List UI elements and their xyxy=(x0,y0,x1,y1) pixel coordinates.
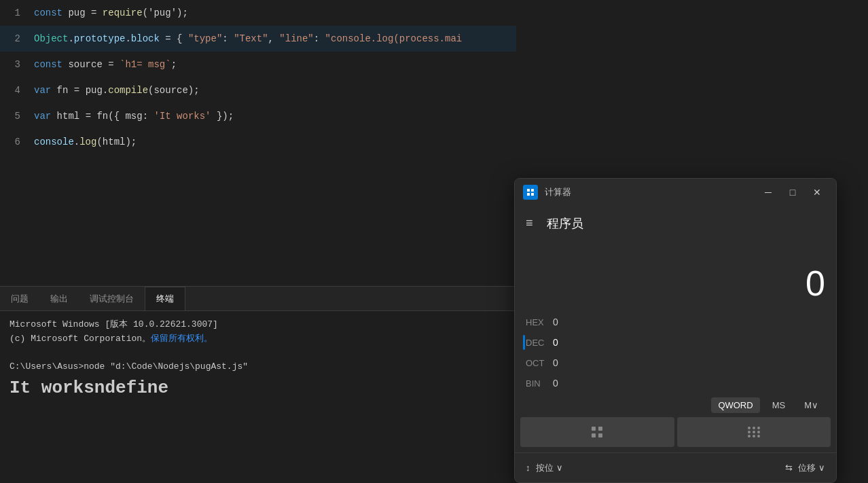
calc-btn-row-1 xyxy=(520,417,831,447)
calc-base-label: DEC xyxy=(526,338,553,348)
code-token: msg: xyxy=(120,111,153,122)
svg-point-14 xyxy=(757,427,760,429)
calc-menu-icon[interactable]: ≡ xyxy=(526,217,533,230)
panel-tab[interactable]: 终端 xyxy=(145,287,185,310)
line-number: 6 xyxy=(0,129,34,155)
code-token: (html); xyxy=(96,137,137,147)
line-number: 4 xyxy=(0,77,34,103)
calc-mode-title: 程序员 xyxy=(547,215,583,232)
calc-bitwise-chevron: ∨ xyxy=(556,463,563,473)
code-token: require xyxy=(103,7,143,18)
terminal-link: 保留所有权利。 xyxy=(151,334,213,344)
calc-base-row: DEC0 xyxy=(526,332,825,353)
terminal-line-1: Microsoft Windows [版本 10.0.22621.3007] xyxy=(10,318,507,332)
code-line: 6console.log(html); xyxy=(0,129,516,155)
calc-maximize-button[interactable]: □ xyxy=(782,183,803,202)
calc-body: ≡ 程序员 0 HEX0DEC0OCT0BIN0 QWORD MS M∨ xyxy=(515,206,836,482)
calc-buttons-area xyxy=(515,414,836,452)
code-token: const xyxy=(34,59,62,70)
calc-qword-button[interactable]: QWORD xyxy=(711,397,759,413)
calc-base-row: HEX0 xyxy=(526,312,825,332)
calc-shift-button[interactable]: 位移 ∨ xyxy=(798,462,825,474)
code-token: prototype xyxy=(74,33,126,44)
calc-bitwise-button[interactable]: 按位 ∨ xyxy=(536,462,563,474)
svg-rect-1 xyxy=(527,189,530,192)
line-content: const source = `h1= msg`; xyxy=(34,52,516,77)
code-token: = xyxy=(108,59,113,70)
calc-btn-dots[interactable] xyxy=(677,417,831,447)
calc-footer: ↕ 按位 ∨ ⇆ 位移 ∨ xyxy=(515,452,836,482)
code-token: . xyxy=(74,137,79,147)
code-token: var xyxy=(34,85,51,96)
calc-bases: HEX0DEC0OCT0BIN0 xyxy=(515,309,836,396)
panel-tab[interactable]: 调试控制台 xyxy=(79,287,145,310)
code-token: = xyxy=(86,111,91,122)
line-number: 3 xyxy=(0,52,34,77)
svg-point-13 xyxy=(753,427,755,429)
code-token: . xyxy=(68,33,73,44)
code-token: pug. xyxy=(79,85,108,96)
terminal-line-4: C:\Users\Asus>node "d:\Code\Nodejs\pugAs… xyxy=(10,360,507,374)
calc-btn-grid[interactable] xyxy=(520,417,674,447)
code-token: ; xyxy=(171,59,177,70)
svg-rect-6 xyxy=(598,427,602,431)
svg-rect-0 xyxy=(525,187,536,198)
panel-tabs: 问题输出调试控制台终端 xyxy=(0,287,516,311)
code-token: Object xyxy=(34,33,68,44)
code-token: . xyxy=(125,33,130,44)
svg-point-15 xyxy=(748,435,751,437)
calc-base-value: 0 xyxy=(553,357,558,368)
calc-close-button[interactable]: ✕ xyxy=(806,183,828,202)
panel-tab[interactable]: 问题 xyxy=(0,287,39,310)
svg-point-12 xyxy=(748,427,751,429)
panel-area: 问题输出调试控制台终端 Microsoft Windows [版本 10.0.2… xyxy=(0,286,516,483)
calc-shift-icon: ⇆ xyxy=(785,463,793,473)
code-token: log xyxy=(79,137,96,147)
calc-base-active-indicator xyxy=(523,335,525,350)
calc-minimize-button[interactable]: ─ xyxy=(757,183,779,202)
calc-shift-label: 位移 xyxy=(798,462,816,474)
code-token: var xyxy=(34,111,51,122)
code-editor: 1const pug = require('pug');2Object.prot… xyxy=(0,0,516,285)
code-token xyxy=(96,7,102,18)
svg-point-16 xyxy=(753,435,755,437)
panel-tab[interactable]: 输出 xyxy=(39,287,79,310)
code-token: (source); xyxy=(148,85,200,96)
svg-point-10 xyxy=(753,431,755,433)
code-token: : xyxy=(314,33,325,44)
svg-point-9 xyxy=(748,431,751,433)
calc-base-value: 0 xyxy=(553,378,558,389)
terminal-content: Microsoft Windows [版本 10.0.22621.3007] (… xyxy=(0,311,516,483)
code-token: `h1= msg` xyxy=(120,59,171,70)
calc-bitwise-icon: ↕ xyxy=(526,463,530,473)
calc-base-label: OCT xyxy=(526,358,553,368)
calc-display-value: 0 xyxy=(806,263,825,304)
code-token: , xyxy=(268,33,280,44)
line-content: Object.prototype.block = { "type": "Text… xyxy=(34,26,516,52)
calc-shift-chevron: ∨ xyxy=(818,463,825,473)
svg-rect-5 xyxy=(592,427,596,431)
calc-base-label: HEX xyxy=(526,317,553,327)
svg-rect-4 xyxy=(531,193,534,196)
calc-app-icon xyxy=(523,185,538,200)
code-token: compile xyxy=(108,85,148,96)
code-line: 5var html = fn({ msg: 'It works' }); xyxy=(0,103,516,129)
line-number: 1 xyxy=(0,0,34,26)
calc-mv-button[interactable]: M∨ xyxy=(797,397,825,413)
svg-rect-2 xyxy=(531,189,534,192)
svg-rect-7 xyxy=(592,433,596,437)
code-token: "Text" xyxy=(234,33,268,44)
code-token: fn xyxy=(51,85,74,96)
calc-titlebar: 计算器 ─ □ ✕ xyxy=(515,179,836,206)
code-token: }); xyxy=(211,111,234,122)
calc-base-value: 0 xyxy=(553,317,558,327)
svg-rect-3 xyxy=(527,193,530,196)
calc-bitwise-label: 按位 xyxy=(536,462,554,474)
code-token: console xyxy=(34,137,74,147)
code-token: "type" xyxy=(188,33,222,44)
calc-ms-button[interactable]: MS xyxy=(765,397,793,413)
terminal-output-line: It worksndefine xyxy=(10,374,507,403)
svg-point-17 xyxy=(757,435,760,437)
calc-base-row: BIN0 xyxy=(526,373,825,393)
calc-footer-right: ⇆ 位移 ∨ xyxy=(785,462,825,474)
